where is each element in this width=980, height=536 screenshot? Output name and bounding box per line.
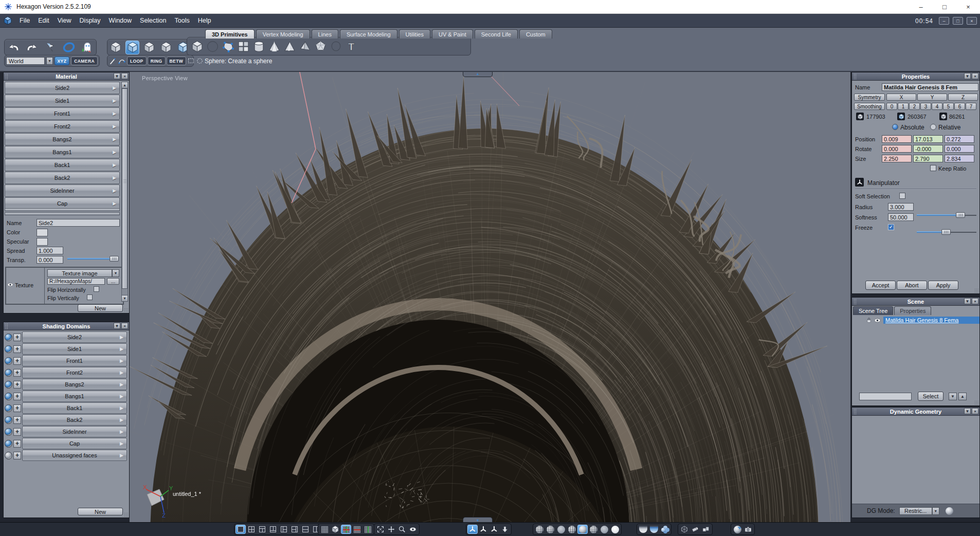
specular-swatch[interactable] — [37, 238, 48, 246]
world-space-select[interactable]: World — [6, 57, 45, 65]
backface-blue-button[interactable] — [649, 525, 659, 534]
smoothing-level-3[interactable]: 3 — [920, 103, 931, 110]
flip-vertically-checkbox[interactable] — [87, 294, 93, 300]
primitive-pyramid-button[interactable] — [283, 40, 297, 53]
transparency-input[interactable]: 0.000 — [37, 256, 63, 264]
lasso-tool-button[interactable] — [62, 41, 76, 54]
curve-select-icon[interactable] — [118, 57, 126, 65]
texture-browse-button[interactable]: ... — [107, 278, 119, 285]
layout-single-button[interactable] — [235, 525, 246, 534]
material-item[interactable]: Front2▶ — [5, 120, 120, 133]
add-icon[interactable]: + — [13, 416, 21, 424]
menu-file[interactable]: File — [15, 17, 34, 24]
primitive-dodecahedron-button[interactable] — [314, 40, 328, 53]
smoothing-level-1[interactable]: 1 — [898, 103, 909, 110]
smoothing-level-2[interactable]: 2 — [909, 103, 920, 110]
menu-view[interactable]: View — [53, 17, 76, 24]
tab-scene-tree[interactable]: Scene Tree — [853, 306, 893, 315]
material-item[interactable]: SideInner▶ — [5, 184, 120, 197]
scene-filter-input[interactable] — [859, 393, 912, 400]
between-select-button[interactable]: BETW — [167, 57, 187, 65]
shade-hidden-line-button[interactable] — [545, 525, 555, 534]
smoothing-level-0[interactable]: 0 — [886, 103, 897, 110]
menu-display[interactable]: Display — [76, 17, 105, 24]
window-maximize-button[interactable]: □ — [933, 0, 956, 14]
material-item[interactable]: Front1▶ — [5, 107, 120, 120]
scene-select-button[interactable]: Select — [918, 392, 943, 401]
size-y-input[interactable]: 2.790 — [913, 155, 943, 162]
menu-tools[interactable]: Tools — [170, 17, 193, 24]
scrollbar-thumb[interactable] — [122, 88, 128, 289]
menu-edit[interactable]: Edit — [34, 17, 53, 24]
panel-grip-icon[interactable] — [854, 73, 857, 79]
tab-3d-primitives[interactable]: 3D Primitives — [205, 29, 255, 39]
xyz-axes-button[interactable]: XYZ — [55, 57, 70, 65]
layout-quad-button[interactable] — [246, 525, 257, 534]
rotate-x-input[interactable]: 0.000 — [882, 145, 912, 153]
add-icon[interactable]: + — [13, 393, 21, 400]
primitive-cylinder-button[interactable] — [252, 40, 266, 53]
primitive-text-button[interactable] — [344, 40, 358, 53]
box-snap-button[interactable] — [330, 525, 340, 534]
primitive-tetrahedron-button[interactable] — [298, 40, 312, 53]
menu-selection[interactable]: Selection — [136, 17, 170, 24]
shade-matte-button[interactable] — [599, 525, 609, 534]
doc-maximize-button[interactable]: □ — [953, 17, 963, 25]
color-swatch[interactable] — [37, 229, 48, 236]
grid-snap-button[interactable] — [319, 525, 330, 534]
fit-view-button[interactable] — [375, 525, 386, 534]
add-icon[interactable]: + — [13, 381, 21, 389]
layout-bottom-split-button[interactable] — [268, 525, 278, 534]
wire-box-button[interactable] — [679, 525, 689, 534]
paint-select-icon[interactable] — [108, 57, 117, 65]
symmetry-y-button[interactable]: Y — [917, 94, 947, 101]
grid-xy-plane-button[interactable] — [341, 525, 351, 534]
shading-item[interactable]: +Cap▶ — [5, 438, 127, 449]
camera-button[interactable]: CAMERA — [71, 57, 98, 65]
shading-item[interactable]: +Front2▶ — [5, 367, 127, 378]
radius-input[interactable]: 3.000 — [888, 203, 914, 211]
smoothing-level-4[interactable]: 4 — [932, 103, 942, 110]
perspective-viewport[interactable]: Perspective View untitled_1 * X Y Z ▲ ▼ — [130, 72, 852, 522]
tab-scene-properties[interactable]: Properties — [894, 306, 931, 315]
rotate-z-input[interactable]: 0.000 — [945, 145, 974, 153]
smoothing-button[interactable]: Smoothing — [854, 103, 885, 110]
ring-select-button[interactable]: RING — [148, 57, 166, 65]
top-panel-handle[interactable]: ▲ — [463, 72, 493, 77]
material-item[interactable]: Side2▶ — [5, 82, 120, 94]
render-camera-button[interactable] — [743, 525, 753, 534]
flip-horizontally-checkbox[interactable] — [94, 286, 99, 292]
shade-bright-button[interactable] — [610, 525, 620, 534]
radius-slider[interactable] — [917, 212, 976, 218]
render-preview-button[interactable] — [732, 525, 742, 534]
material-name-input[interactable]: Side2 — [37, 219, 120, 227]
shading-item[interactable]: +Side2▶ — [5, 331, 127, 343]
shade-wireframe-button[interactable] — [534, 525, 545, 534]
shading-close-icon[interactable]: × — [121, 323, 128, 329]
symmetry-z-button[interactable]: Z — [948, 94, 978, 101]
primitive-sphere-button[interactable] — [206, 40, 220, 53]
window-close-button[interactable]: × — [956, 0, 980, 14]
tab-uv-paint[interactable]: UV & Paint — [432, 29, 473, 39]
pan-view-button[interactable] — [386, 525, 396, 534]
add-icon[interactable]: + — [13, 369, 21, 377]
resize-grip-icon[interactable] — [124, 308, 129, 312]
circle-select-icon[interactable] — [196, 57, 204, 65]
select-faces-mode[interactable] — [142, 41, 156, 54]
size-z-input[interactable]: 2.834 — [945, 155, 974, 162]
abort-button[interactable]: Abort — [897, 281, 927, 290]
marquee-select-icon[interactable] — [187, 57, 195, 65]
dg-panel-titlebar[interactable]: Dynamic Geometry ▼ × — [852, 408, 979, 416]
material-collapse-icon[interactable]: ▼ — [114, 73, 120, 79]
shading-item[interactable]: +Side1▶ — [5, 343, 127, 355]
material-item[interactable]: Back1▶ — [5, 159, 120, 171]
properties-close-icon[interactable]: × — [972, 73, 978, 79]
universal-manipulator-button[interactable] — [467, 525, 478, 534]
shading-item[interactable]: +Bangs1▶ — [5, 391, 127, 402]
redo-button[interactable] — [25, 41, 39, 54]
doc-close-button[interactable]: × — [967, 17, 977, 25]
primitive-grid-button[interactable] — [237, 40, 250, 53]
add-icon[interactable]: + — [13, 452, 21, 459]
tab-custom[interactable]: Custom — [519, 29, 552, 39]
doc-minimize-button[interactable]: – — [939, 17, 949, 25]
